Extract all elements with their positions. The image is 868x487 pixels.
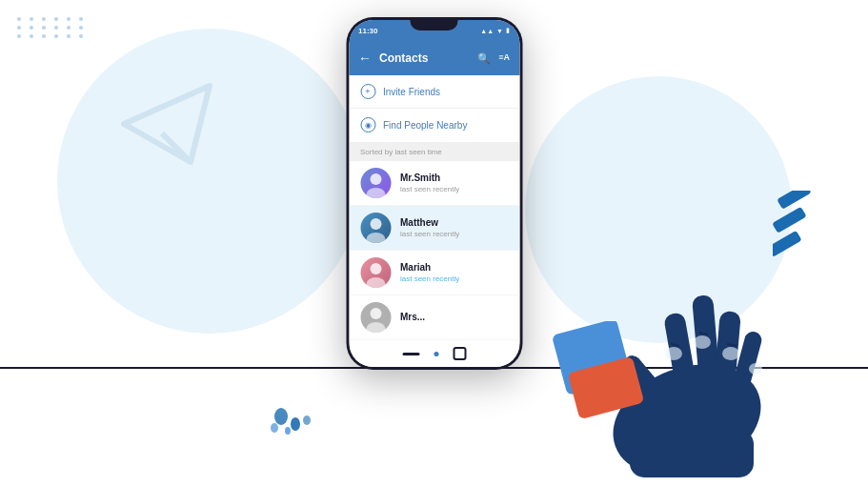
phone-mockup: 11:30 ▲▲ ▼ ▮ ← Contacts 🔍 ≡A [346,17,522,370]
contact-name-mrsmith: Mr.Smith [400,172,459,183]
svg-point-7 [370,263,381,274]
svg-point-6 [366,233,385,243]
nav-hamburger [402,353,419,355]
phone-nav-bar [349,340,519,367]
status-icons: ▲▲ ▼ ▮ [480,27,510,34]
contacts-content: + Invite Friends ◉ Find People Nearby So… [349,75,519,340]
find-nearby-label: Find People Nearby [383,120,467,131]
nav-square [453,347,466,360]
contact-info-mrsmith: Mr.Smith last seen recently [400,172,459,193]
eraser-block [549,321,663,430]
app-header: ← Contacts 🔍 ≡A [349,41,519,75]
invite-icon: + [360,84,375,99]
status-time: 11:30 [358,27,377,35]
phone-body: 11:30 ▲▲ ▼ ▮ ← Contacts 🔍 ≡A [346,17,522,370]
svg-point-34 [285,427,291,435]
contact-info-mrs: Mrs... [400,312,425,322]
header-actions: 🔍 ≡A [477,52,510,65]
contact-name-mariah: Mariah [400,262,459,273]
svg-point-9 [370,308,381,319]
avatar-mrsmith [360,168,391,198]
contact-info-mariah: Mariah last seen recently [400,262,459,283]
nav-home-dot [434,352,438,356]
search-icon[interactable]: 🔍 [477,52,491,65]
svg-point-5 [370,218,381,230]
contact-item-mrs[interactable]: Mrs... [349,295,519,340]
contact-status-mariah: last seen recently [400,274,459,283]
svg-marker-0 [124,86,210,162]
avatar-mrs [360,302,391,333]
water-drops [267,378,324,439]
location-icon: ◉ [360,117,375,132]
battery-icon: ▮ [506,27,510,34]
invite-friends-label: Invite Friends [383,87,440,97]
svg-point-8 [366,277,385,288]
wifi-icon: ▼ [496,28,503,34]
contact-name-mrs: Mrs... [400,312,425,322]
find-nearby-item[interactable]: ◉ Find People Nearby [349,109,519,142]
contact-item-matthew[interactable]: Matthew last seen recently [349,206,519,251]
contact-status-matthew: last seen recently [400,230,459,238]
svg-point-4 [366,188,385,198]
svg-point-17 [665,347,682,360]
avatar-mariah [360,257,391,288]
svg-point-3 [370,173,381,185]
svg-rect-28 [773,207,807,233]
svg-point-20 [749,363,762,375]
blue-bracket-accent [773,191,811,267]
svg-rect-29 [773,231,802,257]
section-header: Sorted by last seen time [349,143,519,161]
phone-notch [411,17,458,30]
signal-icon: ▲▲ [480,28,494,34]
bg-blob-left [57,29,362,334]
sort-icon[interactable]: ≡A [498,52,510,65]
svg-point-30 [274,408,288,425]
invite-friends-item[interactable]: + Invite Friends [349,75,519,109]
header-title: Contacts [379,51,470,65]
svg-point-33 [303,416,311,425]
telegram-logo-icon [114,76,229,172]
contact-item-mrsmith[interactable]: Mr.Smith last seen recently [349,161,519,206]
svg-point-19 [722,347,739,360]
avatar-matthew [360,213,391,243]
svg-point-31 [291,417,300,431]
phone-screen: 11:30 ▲▲ ▼ ▮ ← Contacts 🔍 ≡A [349,20,519,367]
svg-rect-21 [630,430,754,477]
svg-rect-27 [777,191,811,210]
contact-info-matthew: Matthew last seen recently [400,217,459,238]
svg-point-10 [366,322,385,333]
contact-name-matthew: Matthew [400,217,459,228]
decorative-dots-topleft [17,17,87,38]
svg-point-32 [271,423,278,433]
contact-item-mariah[interactable]: Mariah last seen recently [349,251,519,295]
back-button[interactable]: ← [358,51,372,66]
svg-point-18 [694,335,711,349]
contact-status-mrsmith: last seen recently [400,185,459,193]
